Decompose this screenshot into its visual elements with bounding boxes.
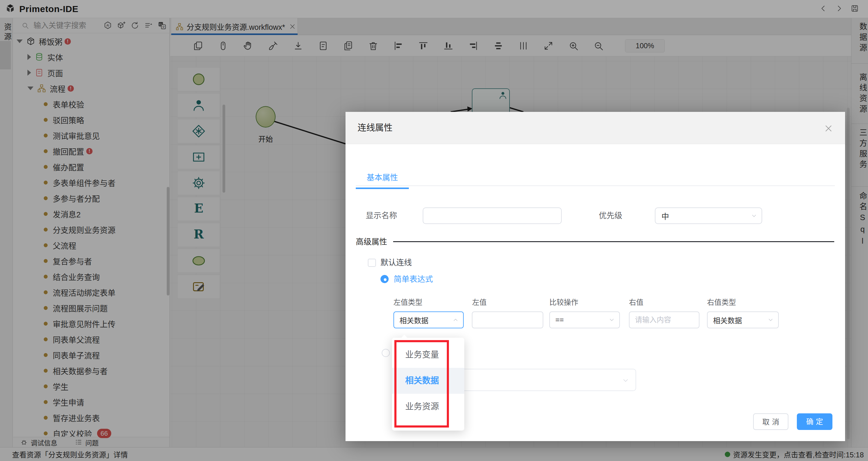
column-label-左值: 左值 <box>472 296 487 307</box>
tab-basic-properties[interactable]: 基本属性 <box>356 171 409 189</box>
right-type-value: 相关数据 <box>713 315 742 325</box>
display-name-label: 显示名称 <box>366 208 397 224</box>
tab-divider <box>356 185 835 186</box>
column-label-右值: 右值 <box>629 296 643 307</box>
chevron-down-icon <box>622 376 629 385</box>
connection-properties-dialog: 连线属性 基本属性 显示名称 优先级 中 高级属性 默认连线 简单表达式 左值类… <box>345 112 845 441</box>
compare-op-value: == <box>555 316 564 324</box>
dropdown-option-业务变量[interactable]: 业务变量 <box>392 342 464 368</box>
default-line-label: 默认连线 <box>380 254 412 271</box>
chevron-down-icon <box>767 316 774 323</box>
dialog-title: 连线属性 <box>358 112 393 144</box>
column-label-左值类型: 左值类型 <box>394 296 423 307</box>
right-value-input[interactable] <box>629 311 700 328</box>
default-line-checkbox[interactable] <box>368 259 376 267</box>
chevron-down-icon <box>609 316 615 323</box>
priority-label: 优先级 <box>599 208 622 224</box>
second-option-radio[interactable] <box>382 349 390 357</box>
column-label-右值类型: 右值类型 <box>707 296 736 307</box>
simple-expression-radio[interactable] <box>380 275 389 283</box>
dropdown-option-业务资源[interactable]: 业务资源 <box>392 394 464 420</box>
confirm-button[interactable]: 确定 <box>797 413 832 430</box>
dialog-close-icon[interactable] <box>824 124 833 133</box>
priority-value: 中 <box>661 211 669 221</box>
column-label-比较操作: 比较操作 <box>549 296 578 307</box>
primeton-ide-screen: Primeton-IDE 资源 AIEn文 稀饭粥!实体页面流程!表单校验驳回策… <box>0 0 868 461</box>
left-type-select[interactable]: 相关数据 <box>394 311 464 328</box>
compare-op-select[interactable]: == <box>549 311 620 328</box>
chevron-up-icon <box>452 316 459 323</box>
cancel-button[interactable]: 取消 <box>753 413 788 430</box>
chevron-down-icon <box>751 213 757 219</box>
dialog-header: 连线属性 <box>345 112 845 144</box>
left-value-input[interactable] <box>472 311 543 328</box>
right-type-select[interactable]: 相关数据 <box>707 311 779 328</box>
priority-select[interactable]: 中 <box>655 208 762 224</box>
display-name-input[interactable] <box>423 208 562 224</box>
simple-expression-label: 简单表达式 <box>394 271 433 288</box>
dropdown-option-相关数据[interactable]: 相关数据 <box>392 368 464 394</box>
advanced-section-divider <box>393 241 834 242</box>
left-type-value: 相关数据 <box>400 315 428 325</box>
left-type-dropdown: 业务变量相关数据业务资源 <box>392 338 464 431</box>
advanced-section-label: 高级属性 <box>356 234 387 250</box>
